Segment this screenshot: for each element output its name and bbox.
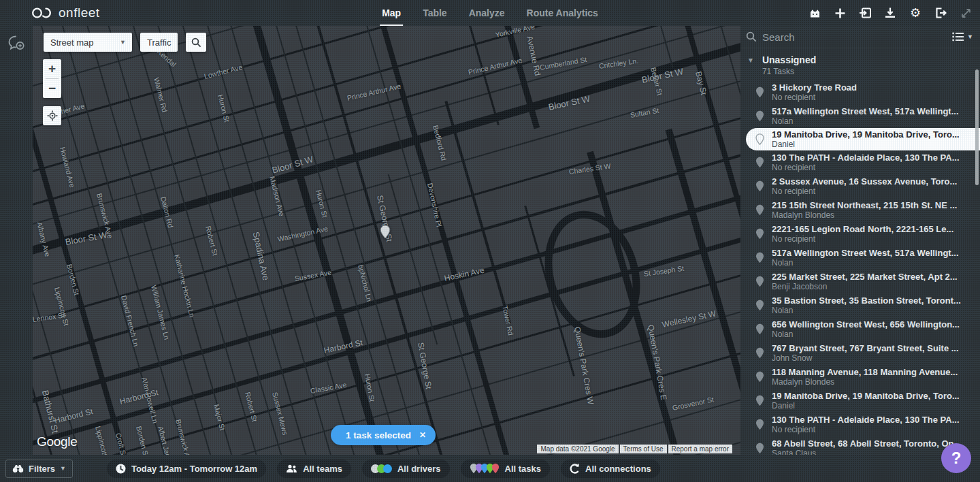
map-type-select[interactable]: Street map ▼: [44, 33, 132, 52]
tab-map[interactable]: Map: [380, 0, 403, 26]
task-map-marker-pin[interactable]: [380, 225, 391, 242]
tasks-filter[interactable]: All tasks: [461, 460, 550, 478]
logo-text: onfleet: [59, 5, 100, 20]
task-recipient: Nolan: [772, 116, 970, 126]
settings-icon[interactable]: ⚙: [908, 5, 923, 20]
map-search-button[interactable]: [186, 33, 206, 52]
google-logo[interactable]: Google: [37, 434, 77, 449]
task-recipient: Nolan: [772, 258, 970, 268]
group-count: 71 Tasks: [762, 67, 816, 76]
onfleet-logo[interactable]: onfleet: [31, 5, 100, 20]
task-row[interactable]: 3 Hickory Tree RoadNo recipient: [740, 80, 980, 104]
sign-out-icon[interactable]: [933, 5, 948, 20]
task-recipient: No recipient: [772, 234, 970, 244]
drivers-filter[interactable]: All drivers: [362, 460, 450, 478]
tasks-selected-text: 1 task selected: [346, 430, 411, 440]
tasks-selected-pill[interactable]: 1 task selected ✕: [331, 425, 436, 445]
binoculars-icon: [12, 464, 24, 473]
search-icon: [191, 37, 201, 48]
zoom-out-button[interactable]: −: [43, 79, 61, 98]
task-row[interactable]: 2 Sussex Avenue, 16 Sussex Avenue, Toro.…: [740, 174, 980, 198]
task-list: 3 Hickory Tree RoadNo recipient517a Well…: [740, 80, 980, 460]
sidebar-scrollbar[interactable]: [975, 69, 979, 185]
search-input[interactable]: [762, 31, 947, 43]
import-tasks-icon[interactable]: [858, 5, 872, 20]
task-pin-icon: [755, 252, 764, 263]
task-row[interactable]: 656 Wellington Street West, 656 Wellingt…: [740, 317, 980, 341]
task-title: 225 Market Street, 225 Market Street, Ap…: [772, 272, 970, 282]
create-task-icon[interactable]: [832, 5, 847, 20]
fullscreen-icon[interactable]: [958, 5, 973, 20]
list-view-toggle[interactable]: ▼: [952, 32, 973, 42]
chevron-down-icon: ▼: [967, 33, 973, 40]
traffic-toggle-button[interactable]: Traffic: [140, 33, 178, 52]
search-icon: [746, 31, 757, 42]
top-navigation-bar: onfleet MapTableAnalyzeRoute Analytics ⚙: [0, 0, 980, 26]
task-pin-icon: [755, 300, 764, 311]
task-row[interactable]: 767 Bryant Street, 767 Bryant Street, Su…: [740, 341, 980, 365]
task-recipient: Benji Jacobson: [772, 282, 970, 291]
driver-bird-icon[interactable]: [807, 5, 822, 20]
task-row[interactable]: 130 The PATH - Adelaide Place, 130 The P…: [740, 150, 980, 174]
list-view-icon: [952, 32, 964, 42]
teams-filter[interactable]: All teams: [277, 460, 351, 478]
help-button[interactable]: ?: [941, 443, 971, 473]
filters-bar: Filters ▼ Today 12am - Tomorrow 12am All…: [0, 455, 980, 482]
map-layer-controls: Street map ▼ Traffic: [44, 33, 206, 52]
task-title: 3 Hickory Tree Road: [772, 82, 970, 93]
task-pin-icon: [755, 204, 764, 216]
task-recipient: No recipient: [772, 425, 970, 434]
new-message-icon[interactable]: [7, 35, 33, 54]
task-title: 767 Bryant Street, 767 Bryant Street, Su…: [772, 343, 970, 353]
task-pin-icon: [755, 347, 764, 359]
task-row[interactable]: 19 Manitoba Drive, 19 Manitoba Drive, To…: [746, 128, 980, 150]
task-row[interactable]: 19 Manitoba Drive, 19 Manitoba Drive, To…: [740, 389, 980, 413]
tab-route-analytics[interactable]: Route Analytics: [525, 0, 600, 26]
driver-dots-icon: [371, 464, 392, 473]
map-canvas[interactable]: Lowther AveLowther AveYorkville AvePrinc…: [33, 26, 740, 455]
task-row[interactable]: 215 15th Street Northeast, 215 15th St. …: [740, 198, 980, 222]
task-title: 517a Wellington Street West, 517a Wellin…: [772, 106, 970, 116]
task-row[interactable]: 517a Wellington Street West, 517a Wellin…: [740, 246, 980, 270]
task-recipient: Madalyn Blondes: [772, 210, 970, 220]
task-recipient: No recipient: [772, 93, 970, 102]
tab-table[interactable]: Table: [421, 0, 449, 26]
task-pin-icon: [755, 371, 764, 383]
task-pin-icon: [755, 157, 764, 168]
chevron-down-icon: ▼: [60, 465, 66, 472]
task-recipient: No recipient: [772, 163, 970, 172]
filters-button[interactable]: Filters ▼: [5, 460, 73, 478]
task-row[interactable]: 35 Bastion Street, 35 Bastion Street, To…: [740, 293, 980, 317]
task-row[interactable]: 2221-165 Legion Road North, 2221-165 Le.…: [740, 222, 980, 246]
task-row[interactable]: 517a Wellington Street West, 517a Wellin…: [740, 104, 980, 128]
task-row[interactable]: 130 The PATH - Adelaide Place, 130 The P…: [740, 413, 980, 436]
task-title: 130 The PATH - Adelaide Place, 130 The P…: [772, 152, 970, 163]
task-pin-icon: [755, 180, 764, 192]
zoom-in-button[interactable]: +: [43, 59, 61, 78]
close-icon[interactable]: ✕: [419, 430, 426, 440]
task-title: 517a Wellington Street West, 517a Wellin…: [772, 248, 970, 258]
task-recipient: Daniel: [772, 140, 970, 149]
connections-filter[interactable]: All connections: [561, 460, 660, 478]
map-data-credit: Map data ©2021 Google: [537, 445, 618, 453]
connections-icon: [570, 464, 580, 474]
my-location-button[interactable]: [43, 106, 61, 125]
date-range-filter[interactable]: Today 12am - Tomorrow 12am: [107, 460, 266, 478]
task-row[interactable]: 225 Market Street, 225 Market Street, Ap…: [740, 270, 980, 293]
report-map-error-link[interactable]: Report a map error: [668, 445, 732, 453]
task-title: 35 Bastion Street, 35 Bastion Street, To…: [772, 295, 970, 306]
collapse-triangle-icon[interactable]: ▼: [747, 57, 754, 76]
task-pin-icon: [755, 395, 764, 406]
tab-analyze[interactable]: Analyze: [467, 0, 507, 26]
export-tasks-icon[interactable]: [883, 5, 898, 20]
map-attribution: Map data ©2021 Google Terms of Use Repor…: [537, 445, 732, 453]
task-pin-icon: [755, 86, 764, 98]
task-recipient: John Snow: [772, 353, 970, 363]
terms-of-use-link[interactable]: Terms of Use: [620, 445, 667, 453]
task-title: 130 The PATH - Adelaide Place, 130 The P…: [772, 415, 970, 425]
zoom-control: + −: [43, 59, 61, 98]
left-rail: [0, 26, 33, 455]
topbar-actions: ⚙: [807, 0, 973, 26]
task-pin-icon: [755, 133, 764, 145]
task-row[interactable]: 118 Manning Avenue, 118 Manning Avenue..…: [740, 365, 980, 389]
